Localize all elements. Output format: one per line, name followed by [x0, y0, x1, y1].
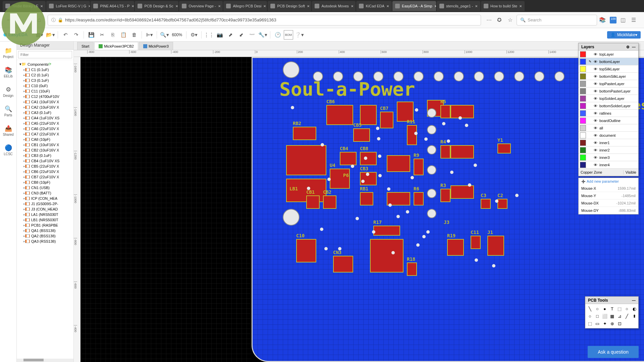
- close-icon[interactable]: ✕: [175, 4, 178, 8]
- pcb-tool-button[interactable]: ⬚: [587, 320, 593, 327]
- component-item[interactable]: ▸CA5 (22uF10V X: [18, 121, 72, 126]
- close-icon[interactable]: ✕: [218, 4, 221, 8]
- eye-icon[interactable]: 👁: [593, 59, 598, 64]
- library-icon[interactable]: 📚: [599, 17, 606, 23]
- eye-icon[interactable]: 👁: [593, 155, 598, 160]
- layer-color-swatch[interactable]: [580, 59, 586, 65]
- pcb-canvas[interactable]: 1700mil 1770mil Soul-a-Power Design RB2C…: [80, 57, 644, 362]
- pencil-icon[interactable]: [587, 162, 593, 168]
- canvas-tab[interactable]: MickPower3: [139, 42, 173, 50]
- browser-tab[interactable]: Allegro PCB Desi✕: [223, 1, 267, 11]
- component-item[interactable]: ▸J1 (GS009S-2P-: [18, 201, 72, 206]
- component-item[interactable]: ▸CB2 (10uF16V X: [18, 147, 72, 153]
- pcb-tool-button[interactable]: ✦: [601, 320, 608, 327]
- export-button[interactable]: ⬈: [226, 30, 235, 40]
- pcb-tool-button[interactable]: ⊕: [609, 320, 615, 327]
- pencil-icon[interactable]: [587, 125, 593, 131]
- copy-button[interactable]: ⎘: [108, 30, 117, 40]
- component-item[interactable]: ▸CN3 (BATT): [18, 190, 72, 196]
- component-item[interactable]: ▸ICP (CON_HEA: [18, 196, 72, 201]
- pcb-tool-button[interactable]: ●: [601, 305, 608, 312]
- component-item[interactable]: ▸QA2 (BSS138): [18, 233, 72, 239]
- paste-button[interactable]: 📋: [119, 30, 128, 40]
- component-item[interactable]: ▸CB1 (10uF16V X: [18, 142, 72, 147]
- bookmark-icon[interactable]: ☆: [508, 17, 515, 23]
- component-item[interactable]: ▸CA8 (10pF): [18, 137, 72, 142]
- component-item[interactable]: ▸CB8 (10pF): [18, 180, 72, 185]
- help-dropdown[interactable]: ❔▾: [294, 30, 304, 40]
- component-item[interactable]: ▸C11 (10uF): [18, 88, 72, 94]
- component-item[interactable]: ▸CA6 (22uF10V X: [18, 126, 72, 131]
- layer-row[interactable]: 👁document: [579, 132, 638, 139]
- wave-button[interactable]: 〰: [247, 30, 257, 40]
- pencil-icon[interactable]: [587, 118, 593, 123]
- pencil-icon[interactable]: [587, 96, 593, 101]
- rail-item-lcsc[interactable]: 🔵LCSC: [2, 141, 15, 158]
- pcb-tool-button[interactable]: □: [594, 313, 601, 319]
- component-item[interactable]: ▸QA1 (BSS138): [18, 228, 72, 233]
- layer-row[interactable]: 👁topSilkLayer: [579, 65, 638, 73]
- browser-tab[interactable]: EasyEDA - A Simp✕: [392, 1, 436, 11]
- layer-row[interactable]: 👁boardOutline: [579, 117, 638, 124]
- pencil-icon[interactable]: [587, 111, 593, 116]
- badge-icon[interactable]: 100: [610, 17, 616, 23]
- pencil-icon[interactable]: [587, 133, 593, 138]
- component-item[interactable]: ▸C12 (4700uF10V: [18, 94, 72, 99]
- eye-icon[interactable]: 👁: [593, 74, 598, 79]
- component-item[interactable]: ▸C1 (0.1uF): [18, 67, 72, 72]
- open-dropdown[interactable]: 📂▾: [46, 30, 55, 40]
- component-item[interactable]: ▸PCB1 (RASPBE: [18, 223, 72, 228]
- browser-tab[interactable]: stencils_page1 -✕: [437, 1, 480, 11]
- reader-icon[interactable]: ✪: [497, 17, 504, 23]
- layer-row[interactable]: 👁bottomSolderLayer: [579, 102, 638, 110]
- eye-icon[interactable]: 👁: [593, 111, 598, 116]
- eye-icon[interactable]: 👁: [593, 103, 598, 109]
- canvas-tab[interactable]: Start: [77, 42, 94, 50]
- pencil-icon[interactable]: [587, 81, 593, 86]
- ask-question-button[interactable]: Ask a question: [588, 346, 639, 358]
- pencil-icon[interactable]: [587, 74, 593, 79]
- layer-row[interactable]: 👁inner3: [579, 154, 638, 161]
- eye-icon[interactable]: 👁: [593, 96, 598, 101]
- tree-root[interactable]: ▾📁Components ⟳: [18, 61, 72, 67]
- rail-item-shared[interactable]: 📤Shared: [2, 122, 15, 139]
- filter-input[interactable]: [18, 51, 72, 58]
- sidebar-icon[interactable]: ◫: [621, 17, 627, 23]
- layer-row[interactable]: 👁topLayer: [579, 51, 638, 58]
- component-item[interactable]: ▸CA4 (1uF10V XS: [18, 115, 72, 121]
- component-item[interactable]: ▸C2 (0.1uF): [18, 72, 72, 78]
- close-icon[interactable]: ✕: [351, 4, 354, 8]
- layer-row[interactable]: 👁inner4: [579, 161, 638, 169]
- pcb-tool-button[interactable]: ▭: [594, 320, 601, 327]
- pcb-tool-button[interactable]: ⬍: [631, 313, 638, 319]
- pcb-tool-button[interactable]: ⬚: [616, 305, 623, 312]
- layer-row[interactable]: 👁topPasterLayer: [579, 80, 638, 87]
- eye-icon[interactable]: 👁: [593, 147, 598, 153]
- browser-tab[interactable]: PCB Design & Sc✕: [135, 1, 178, 11]
- pencil-icon[interactable]: [587, 147, 593, 153]
- eye-icon[interactable]: 👁: [593, 52, 598, 57]
- import-button[interactable]: ⬋: [236, 30, 246, 40]
- pcb-tool-button[interactable]: ╲: [587, 305, 593, 312]
- layer-row[interactable]: 👁bottomSilkLayer: [579, 73, 638, 80]
- bom-button[interactable]: BOM: [284, 30, 293, 40]
- close-icon[interactable]: ✕: [88, 4, 90, 8]
- pencil-icon[interactable]: [587, 103, 593, 109]
- gear-icon[interactable]: ⚙: [626, 45, 630, 49]
- layer-color-swatch[interactable]: [580, 96, 586, 102]
- component-item[interactable]: ▸CB6 (22uF10V X: [18, 169, 72, 174]
- browser-tab[interactable]: KiCad EDA✕: [356, 1, 392, 11]
- component-item[interactable]: ▸LA1 (NRS5030T: [18, 212, 72, 217]
- layer-row[interactable]: 👁bottomPasterLayer: [579, 87, 638, 95]
- undo-button[interactable]: ↶: [61, 30, 70, 40]
- settings-dropdown[interactable]: ⚙▾: [189, 30, 199, 40]
- pencil-icon[interactable]: [587, 66, 593, 72]
- eye-icon[interactable]: 👁: [593, 66, 598, 72]
- layer-row[interactable]: ✎👁bottomLayer: [579, 58, 638, 65]
- eye-icon[interactable]: 👁: [593, 162, 598, 168]
- browser-tab[interactable]: PCB Design Soft✕: [268, 1, 311, 11]
- layer-color-swatch[interactable]: [580, 110, 586, 116]
- history-button[interactable]: 🕐: [273, 30, 282, 40]
- user-badge[interactable]: MickMake ▾: [607, 31, 641, 39]
- pencil-icon[interactable]: [587, 140, 593, 145]
